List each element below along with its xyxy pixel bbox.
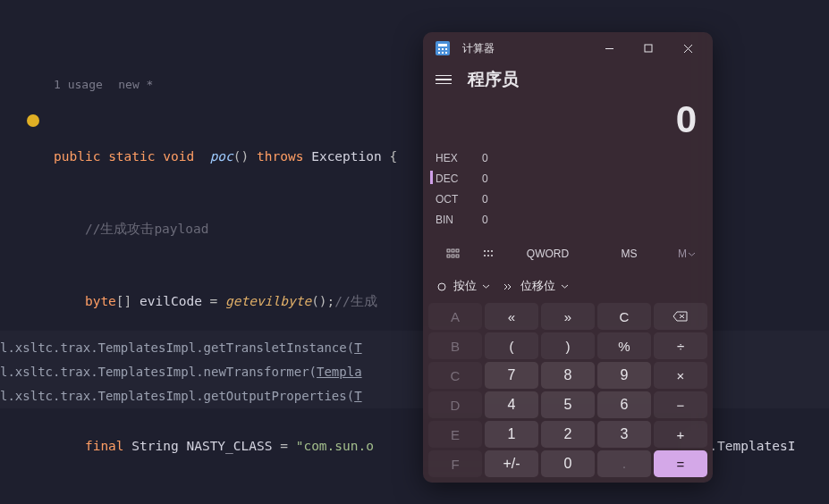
svg-point-19 (487, 250, 489, 252)
function-row: 按位 位移位 (423, 273, 713, 299)
bitshift-dropdown[interactable]: 位移位 (503, 279, 569, 294)
key-4[interactable]: 4 (485, 391, 538, 418)
key-subtract[interactable]: − (654, 391, 707, 418)
svg-rect-7 (445, 52, 447, 54)
memory-dropdown[interactable]: M (670, 239, 704, 268)
memory-store-button[interactable]: MS (588, 239, 670, 268)
radix-bin[interactable]: BIN0 (436, 210, 700, 231)
svg-rect-9 (645, 45, 652, 52)
key-lshift[interactable]: « (485, 303, 538, 330)
bitwise-dropdown[interactable]: 按位 (436, 279, 490, 294)
key-B: B (428, 332, 482, 359)
svg-rect-13 (452, 249, 454, 252)
calculator-window: 计算器 程序员 0 HEX0 DEC0 OCT0 BIN0 QWORD MS M (423, 32, 713, 483)
svg-point-21 (484, 255, 486, 256)
key-rparen[interactable]: ) (541, 332, 595, 359)
key-rshift[interactable]: » (541, 303, 595, 330)
key-5[interactable]: 5 (541, 391, 595, 418)
radix-selected-indicator (430, 171, 433, 184)
key-1[interactable]: 1 (485, 421, 538, 448)
stack-link[interactable]: T (354, 389, 361, 403)
titlebar: 计算器 (423, 32, 713, 64)
backspace-icon (673, 310, 689, 323)
svg-point-20 (491, 250, 493, 252)
svg-rect-2 (438, 48, 440, 50)
key-add[interactable]: + (654, 421, 707, 448)
radix-hex[interactable]: HEX0 (436, 148, 700, 169)
svg-rect-15 (447, 255, 450, 257)
svg-rect-5 (438, 52, 440, 54)
key-C: C (428, 362, 482, 389)
svg-rect-1 (438, 44, 447, 46)
key-8[interactable]: 8 (541, 362, 595, 389)
display: 0 (423, 98, 713, 148)
svg-rect-17 (456, 255, 459, 257)
key-backspace[interactable] (654, 303, 707, 330)
stack-link[interactable]: Templa (317, 365, 362, 379)
svg-rect-16 (452, 255, 454, 257)
key-F: F (428, 450, 482, 477)
key-E: E (428, 421, 482, 448)
svg-point-22 (487, 255, 489, 256)
key-plusminus[interactable]: +/- (485, 450, 538, 477)
key-decimal: . (597, 450, 651, 477)
mode-title[interactable]: 程序员 (468, 68, 519, 91)
svg-rect-4 (445, 48, 447, 50)
key-clear[interactable]: C (597, 303, 651, 330)
menu-icon[interactable] (436, 75, 452, 85)
close-button[interactable] (668, 35, 707, 62)
stack-link[interactable]: T (354, 340, 361, 355)
key-2[interactable]: 2 (541, 421, 595, 448)
app-icon (436, 41, 450, 55)
keypad-mode-icon[interactable] (436, 239, 471, 268)
key-3[interactable]: 3 (597, 421, 651, 448)
key-mod[interactable]: % (597, 332, 651, 359)
chevron-down-icon (561, 282, 569, 290)
key-multiply[interactable]: × (654, 362, 707, 389)
bittoggle-mode-icon[interactable] (471, 239, 507, 268)
radix-panel: HEX0 DEC0 OCT0 BIN0 (423, 148, 713, 236)
minimize-button[interactable] (589, 35, 629, 62)
radix-dec[interactable]: DEC0 (436, 169, 700, 189)
word-size-button[interactable]: QWORD (507, 239, 588, 268)
key-A: A (428, 303, 482, 330)
maximize-button[interactable] (629, 35, 668, 62)
svg-point-23 (491, 255, 493, 256)
svg-point-18 (484, 250, 486, 252)
svg-rect-6 (442, 52, 444, 54)
svg-rect-3 (442, 48, 444, 50)
chevron-down-icon (482, 282, 490, 290)
key-divide[interactable]: ÷ (654, 332, 707, 359)
key-equals[interactable]: = (654, 450, 707, 477)
key-7[interactable]: 7 (485, 362, 538, 389)
toolbar: QWORD MS M (423, 236, 713, 273)
key-6[interactable]: 6 (597, 391, 651, 418)
key-D: D (428, 391, 482, 418)
key-lparen[interactable]: ( (485, 332, 538, 359)
key-0[interactable]: 0 (541, 450, 595, 477)
mode-header: 程序员 (423, 64, 713, 98)
app-title: 计算器 (462, 41, 589, 56)
keypad: A « » C B ( ) % ÷ C 7 8 9 × D 4 5 6 − E … (423, 299, 713, 483)
bulb-icon[interactable] (27, 114, 39, 127)
svg-rect-14 (456, 249, 459, 252)
key-9[interactable]: 9 (597, 362, 651, 389)
radix-oct[interactable]: OCT0 (436, 189, 700, 210)
svg-rect-12 (447, 249, 450, 252)
